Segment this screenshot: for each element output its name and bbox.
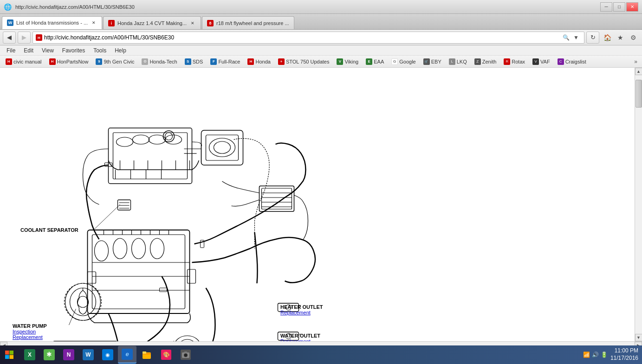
bookmark-civic-manual[interactable]: H civic manual xyxy=(3,57,45,66)
taskbar-app-paint[interactable]: 🎨 xyxy=(157,346,175,364)
bookmark-label-12: LKQ xyxy=(457,59,467,64)
svg-point-35 xyxy=(150,238,164,259)
scroll-track-vertical[interactable] xyxy=(635,75,642,334)
settings-button[interactable]: ⚙ xyxy=(627,32,639,44)
maximize-button[interactable]: □ xyxy=(613,2,625,12)
svg-point-34 xyxy=(132,238,146,259)
replacement-pump-link[interactable]: Replacement xyxy=(13,334,43,340)
url-search-icon[interactable]: 🔍 xyxy=(561,32,571,43)
menu-view[interactable]: View xyxy=(38,46,58,55)
bookmark-zenith[interactable]: Z Zenith xyxy=(472,57,499,66)
url-dropdown-icon[interactable]: ▼ xyxy=(571,32,581,43)
replacement-water-link[interactable]: Replacement xyxy=(280,338,311,341)
taskbar-app-camera[interactable] xyxy=(176,346,195,364)
bookmark-label-0: civic manual xyxy=(13,59,42,64)
svg-point-4 xyxy=(117,137,133,147)
heater-outlet-label: HEATER OUTLET xyxy=(280,304,323,310)
clock-time: 11:00 PM xyxy=(610,347,638,355)
coolant-separator-label: COOLANT SEPARATOR xyxy=(20,227,78,233)
bookmark-label-11: EBY xyxy=(431,59,441,64)
menu-favorites[interactable]: Favorites xyxy=(58,46,89,55)
home-button[interactable]: 🏠 xyxy=(601,32,613,44)
bookmark-rotax[interactable]: R Rotax xyxy=(501,57,528,66)
bookmark-stol[interactable]: ✈ STOL 750 Updates xyxy=(275,57,332,66)
svg-rect-78 xyxy=(10,351,14,355)
bookmark-label-4: SDS xyxy=(193,59,203,64)
tab-favicon-1: W xyxy=(7,19,13,26)
bookmark-google[interactable]: G Google xyxy=(389,57,418,66)
start-button[interactable] xyxy=(0,345,19,364)
onenote-icon: N xyxy=(63,349,74,360)
bookmark-label-7: STOL 750 Updates xyxy=(286,59,330,64)
tab-close-1[interactable]: ✕ xyxy=(91,19,97,26)
svg-point-5 xyxy=(133,135,149,144)
svg-text:X: X xyxy=(28,351,32,358)
back-button[interactable]: ◀ xyxy=(3,32,16,44)
taskbar-app-word[interactable]: W xyxy=(79,346,97,364)
bookmark-honda[interactable]: H Honda xyxy=(245,57,273,66)
tab-close-2[interactable]: ✕ xyxy=(189,20,196,26)
vertical-scrollbar[interactable]: ▲ ▼ xyxy=(635,68,642,341)
tray-volume-icon: 🔊 xyxy=(592,351,599,358)
menu-file[interactable]: File xyxy=(3,46,19,55)
menu-tools[interactable]: Tools xyxy=(90,46,110,55)
tab-bar: W List of Honda transmissions - ... ✕ i … xyxy=(0,14,642,30)
svg-rect-77 xyxy=(5,351,9,355)
scroll-up-button[interactable]: ▲ xyxy=(635,68,642,75)
system-clock[interactable]: 11:00 PM 11/17/2016 xyxy=(610,347,638,362)
bookmark-honpartsnow[interactable]: H HonPartsNow xyxy=(46,57,91,66)
refresh-button[interactable]: ↻ xyxy=(586,32,599,44)
taskbar-right: 📶 🔊 🔋 11:00 PM 11/17/2016 xyxy=(583,347,642,362)
svg-point-100 xyxy=(185,354,187,357)
water-outlet-label: WATER OUTLET xyxy=(280,333,320,338)
page-content: COOLANT SEPARATOR WATER PUMP Inspection … xyxy=(0,68,635,341)
taskbar-app-ie[interactable]: e xyxy=(118,346,136,364)
edge-icon: ◉ xyxy=(102,349,113,360)
taskbar-app-onenote[interactable]: N xyxy=(59,346,78,364)
scroll-thumb-vertical[interactable] xyxy=(636,80,642,108)
tab-favicon-2: i xyxy=(108,20,115,26)
minimize-button[interactable]: ─ xyxy=(600,2,612,12)
system-tray: 📶 🔊 🔋 xyxy=(583,351,608,358)
svg-rect-3 xyxy=(113,133,188,179)
bookmark-fullrace[interactable]: F Full-Race xyxy=(208,57,243,66)
tab-label-2: Honda Jazz 1.4 CVT Making... xyxy=(117,20,187,26)
menu-help[interactable]: Help xyxy=(111,46,130,55)
navigation-bar: ◀ ▶ H http://civic.hondafitjazz.com/A00/… xyxy=(0,30,642,45)
replacement-heater-link[interactable]: Replacement xyxy=(280,310,311,315)
bookmark-honda-tech[interactable]: ⚙ Honda-Tech xyxy=(139,57,180,66)
bookmark-vaf[interactable]: V VAF xyxy=(530,57,553,66)
forward-button[interactable]: ▶ xyxy=(18,32,31,44)
menu-edit[interactable]: Edit xyxy=(20,46,37,55)
bookmark-eby[interactable]: 🛒 EBY xyxy=(421,57,444,66)
svg-line-67 xyxy=(69,309,76,325)
bookmark-9th-gen[interactable]: 9 9th Gen Civic xyxy=(93,57,137,66)
bookmark-viking[interactable]: V Viking xyxy=(334,57,361,66)
bookmark-craigslist[interactable]: C Craigslist xyxy=(555,57,589,66)
bookmark-lkq[interactable]: L LKQ xyxy=(446,57,470,66)
inspection-link[interactable]: Inspection xyxy=(13,329,36,334)
svg-point-42 xyxy=(179,339,196,341)
svg-text:◉: ◉ xyxy=(105,352,110,358)
address-bar[interactable]: H http://civic.hondafitjazz.com/A00/HTML… xyxy=(32,32,584,44)
bookmarks-more-button[interactable]: » xyxy=(632,57,639,66)
favorites-button[interactable]: ★ xyxy=(614,32,626,44)
title-bar-controls: ─ □ ✕ xyxy=(600,2,638,12)
tab-1[interactable]: W List of Honda transmissions - ... ✕ xyxy=(2,16,102,29)
tab-2[interactable]: i Honda Jazz 1.4 CVT Making... ✕ xyxy=(103,16,201,29)
taskbar-app-edge[interactable]: ◉ xyxy=(98,346,117,364)
scroll-down-button[interactable]: ▼ xyxy=(635,334,642,341)
taskbar-app-excel[interactable]: X xyxy=(20,346,39,364)
tab-3[interactable]: 8 r18 m/t flywheel and pressure ... xyxy=(202,16,294,29)
close-button[interactable]: ✕ xyxy=(626,2,638,12)
svg-point-33 xyxy=(113,238,127,259)
taskbar-app-files[interactable] xyxy=(137,346,156,364)
ie-icon: e xyxy=(122,349,133,360)
tray-battery-icon: 🔋 xyxy=(601,351,608,358)
taskbar-app-app2[interactable]: ✱ xyxy=(40,346,58,364)
nav-right-buttons: 🏠 ★ ⚙ xyxy=(601,32,639,44)
bookmark-eaa[interactable]: E EAA xyxy=(363,57,387,66)
bookmark-sds[interactable]: S SDS xyxy=(182,57,206,66)
svg-rect-8 xyxy=(201,130,243,165)
engine-top-group xyxy=(83,128,308,249)
